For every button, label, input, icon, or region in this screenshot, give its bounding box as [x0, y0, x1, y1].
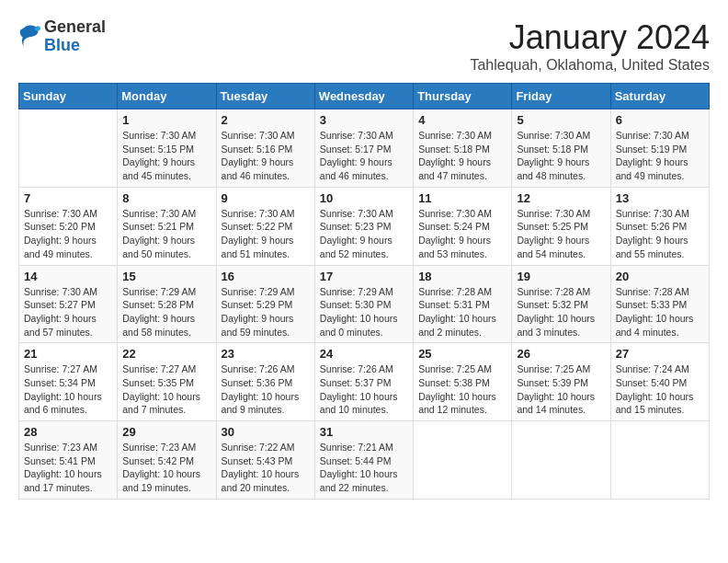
- day-info: Sunrise: 7:30 AMSunset: 5:21 PMDaylight:…: [122, 207, 210, 261]
- calendar-cell: [512, 421, 610, 500]
- calendar-cell: 3Sunrise: 7:30 AMSunset: 5:17 PMDaylight…: [314, 109, 413, 188]
- day-number: 7: [24, 191, 112, 205]
- day-info: Sunrise: 7:30 AMSunset: 5:24 PMDaylight:…: [418, 207, 506, 261]
- day-number: 8: [122, 191, 210, 205]
- day-number: 17: [320, 270, 408, 283]
- day-number: 3: [320, 113, 408, 127]
- calendar-header: SundayMondayTuesdayWednesdayThursdayFrid…: [19, 84, 710, 109]
- calendar-cell: 9Sunrise: 7:30 AMSunset: 5:22 PMDaylight…: [216, 187, 314, 265]
- day-info: Sunrise: 7:25 AMSunset: 5:39 PMDaylight:…: [517, 362, 605, 417]
- day-info: Sunrise: 7:30 AMSunset: 5:16 PMDaylight:…: [222, 129, 310, 183]
- calendar-cell: 17Sunrise: 7:29 AMSunset: 5:30 PMDayligh…: [314, 265, 413, 343]
- calendar-cell: 28Sunrise: 7:23 AMSunset: 5:41 PMDayligh…: [19, 421, 118, 500]
- day-info: Sunrise: 7:30 AMSunset: 5:26 PMDaylight:…: [616, 207, 704, 261]
- calendar-week-2: 7Sunrise: 7:30 AMSunset: 5:20 PMDaylight…: [19, 187, 710, 265]
- header-day-sunday: Sunday: [19, 84, 118, 109]
- day-info: Sunrise: 7:22 AMSunset: 5:43 PMDaylight:…: [222, 441, 310, 495]
- day-info: Sunrise: 7:24 AMSunset: 5:40 PMDaylight:…: [616, 362, 704, 417]
- day-number: 24: [320, 347, 408, 361]
- calendar-table: SundayMondayTuesdayWednesdayThursdayFrid…: [18, 83, 710, 500]
- day-info: Sunrise: 7:29 AMSunset: 5:30 PMDaylight:…: [320, 285, 408, 339]
- day-info: Sunrise: 7:30 AMSunset: 5:20 PMDaylight:…: [24, 207, 112, 261]
- calendar-week-1: 1Sunrise: 7:30 AMSunset: 5:15 PMDaylight…: [19, 109, 710, 188]
- day-number: 1: [122, 113, 210, 127]
- day-number: 26: [517, 347, 605, 361]
- calendar-cell: 19Sunrise: 7:28 AMSunset: 5:32 PMDayligh…: [512, 265, 610, 343]
- calendar-cell: 18Sunrise: 7:28 AMSunset: 5:31 PMDayligh…: [414, 265, 512, 343]
- day-info: Sunrise: 7:30 AMSunset: 5:25 PMDaylight:…: [517, 207, 605, 261]
- day-info: Sunrise: 7:27 AMSunset: 5:34 PMDaylight:…: [24, 362, 112, 417]
- header-day-thursday: Thursday: [414, 84, 512, 109]
- calendar-cell: [610, 421, 709, 500]
- header-day-saturday: Saturday: [610, 84, 709, 109]
- day-number: 30: [222, 425, 310, 439]
- day-info: Sunrise: 7:30 AMSunset: 5:18 PMDaylight:…: [418, 129, 506, 183]
- calendar-week-4: 21Sunrise: 7:27 AMSunset: 5:34 PMDayligh…: [19, 343, 710, 421]
- calendar-cell: 24Sunrise: 7:26 AMSunset: 5:37 PMDayligh…: [314, 343, 413, 421]
- calendar-cell: 21Sunrise: 7:27 AMSunset: 5:34 PMDayligh…: [19, 343, 118, 421]
- day-number: 10: [320, 191, 408, 205]
- title-section: January 2024 Tahlequah, Oklahoma, United…: [470, 18, 710, 74]
- calendar-week-3: 14Sunrise: 7:30 AMSunset: 5:27 PMDayligh…: [19, 265, 710, 343]
- day-number: 15: [122, 270, 210, 283]
- day-number: 19: [517, 270, 605, 283]
- day-number: 12: [517, 191, 605, 205]
- day-info: Sunrise: 7:23 AMSunset: 5:41 PMDaylight:…: [24, 441, 112, 495]
- calendar-cell: 22Sunrise: 7:27 AMSunset: 5:35 PMDayligh…: [118, 343, 216, 421]
- calendar-cell: 26Sunrise: 7:25 AMSunset: 5:39 PMDayligh…: [512, 343, 610, 421]
- calendar-cell: 31Sunrise: 7:21 AMSunset: 5:44 PMDayligh…: [314, 421, 413, 500]
- logo-bird-icon: [18, 24, 40, 50]
- calendar-cell: [19, 109, 118, 188]
- day-number: 23: [222, 347, 310, 361]
- header-row: SundayMondayTuesdayWednesdayThursdayFrid…: [19, 84, 710, 109]
- calendar-body: 1Sunrise: 7:30 AMSunset: 5:15 PMDaylight…: [19, 109, 710, 500]
- location-title: Tahlequah, Oklahoma, United States: [470, 57, 710, 74]
- day-info: Sunrise: 7:30 AMSunset: 5:15 PMDaylight:…: [122, 129, 210, 183]
- calendar-cell: 23Sunrise: 7:26 AMSunset: 5:36 PMDayligh…: [216, 343, 314, 421]
- calendar-cell: 4Sunrise: 7:30 AMSunset: 5:18 PMDaylight…: [414, 109, 512, 188]
- logo: General Blue: [18, 18, 106, 55]
- day-number: 22: [122, 347, 210, 361]
- month-title: January 2024: [470, 18, 710, 57]
- calendar-cell: 7Sunrise: 7:30 AMSunset: 5:20 PMDaylight…: [19, 187, 118, 265]
- day-info: Sunrise: 7:29 AMSunset: 5:29 PMDaylight:…: [222, 285, 310, 339]
- calendar-cell: 5Sunrise: 7:30 AMSunset: 5:18 PMDaylight…: [512, 109, 610, 188]
- day-info: Sunrise: 7:26 AMSunset: 5:36 PMDaylight:…: [222, 362, 310, 417]
- logo-text: General Blue: [44, 18, 106, 55]
- day-info: Sunrise: 7:28 AMSunset: 5:31 PMDaylight:…: [418, 285, 506, 339]
- day-info: Sunrise: 7:30 AMSunset: 5:17 PMDaylight:…: [320, 129, 408, 183]
- day-info: Sunrise: 7:30 AMSunset: 5:23 PMDaylight:…: [320, 207, 408, 261]
- calendar-cell: 8Sunrise: 7:30 AMSunset: 5:21 PMDaylight…: [118, 187, 216, 265]
- day-info: Sunrise: 7:30 AMSunset: 5:18 PMDaylight:…: [517, 129, 605, 183]
- calendar-cell: 30Sunrise: 7:22 AMSunset: 5:43 PMDayligh…: [216, 421, 314, 500]
- header-day-wednesday: Wednesday: [314, 84, 413, 109]
- calendar-cell: 27Sunrise: 7:24 AMSunset: 5:40 PMDayligh…: [610, 343, 709, 421]
- day-number: 28: [24, 425, 112, 439]
- calendar-cell: 20Sunrise: 7:28 AMSunset: 5:33 PMDayligh…: [610, 265, 709, 343]
- header-day-monday: Monday: [118, 84, 216, 109]
- page-header: General Blue January 2024 Tahlequah, Okl…: [18, 18, 710, 74]
- day-info: Sunrise: 7:29 AMSunset: 5:28 PMDaylight:…: [122, 285, 210, 339]
- calendar-week-5: 28Sunrise: 7:23 AMSunset: 5:41 PMDayligh…: [19, 421, 710, 500]
- calendar-cell: 13Sunrise: 7:30 AMSunset: 5:26 PMDayligh…: [610, 187, 709, 265]
- day-number: 20: [616, 270, 704, 283]
- day-info: Sunrise: 7:27 AMSunset: 5:35 PMDaylight:…: [122, 362, 210, 417]
- day-info: Sunrise: 7:30 AMSunset: 5:27 PMDaylight:…: [24, 285, 112, 339]
- calendar-cell: 12Sunrise: 7:30 AMSunset: 5:25 PMDayligh…: [512, 187, 610, 265]
- calendar-cell: 1Sunrise: 7:30 AMSunset: 5:15 PMDaylight…: [118, 109, 216, 188]
- day-number: 25: [418, 347, 506, 361]
- day-info: Sunrise: 7:23 AMSunset: 5:42 PMDaylight:…: [122, 441, 210, 495]
- calendar-cell: [414, 421, 512, 500]
- day-number: 9: [222, 191, 310, 205]
- calendar-cell: 14Sunrise: 7:30 AMSunset: 5:27 PMDayligh…: [19, 265, 118, 343]
- day-number: 14: [24, 270, 112, 283]
- calendar-cell: 16Sunrise: 7:29 AMSunset: 5:29 PMDayligh…: [216, 265, 314, 343]
- calendar-cell: 15Sunrise: 7:29 AMSunset: 5:28 PMDayligh…: [118, 265, 216, 343]
- day-number: 5: [517, 113, 605, 127]
- calendar-cell: 25Sunrise: 7:25 AMSunset: 5:38 PMDayligh…: [414, 343, 512, 421]
- day-info: Sunrise: 7:25 AMSunset: 5:38 PMDaylight:…: [418, 362, 506, 417]
- calendar-cell: 2Sunrise: 7:30 AMSunset: 5:16 PMDaylight…: [216, 109, 314, 188]
- day-info: Sunrise: 7:30 AMSunset: 5:19 PMDaylight:…: [616, 129, 704, 183]
- day-number: 4: [418, 113, 506, 127]
- header-day-friday: Friday: [512, 84, 610, 109]
